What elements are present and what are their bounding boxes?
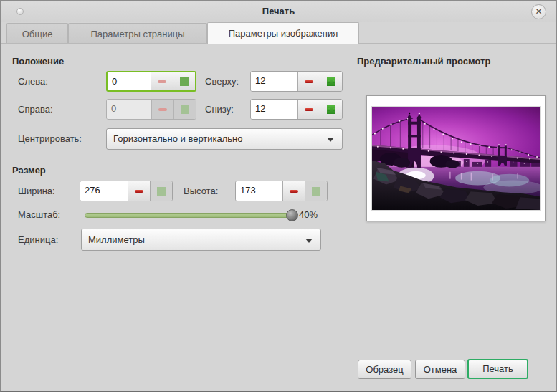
plus-icon (327, 77, 335, 86)
center-dropdown-value: Горизонтально и вертикально (113, 133, 243, 144)
minus-icon (158, 80, 166, 83)
center-dropdown[interactable]: Горизонтально и вертикально (106, 128, 343, 150)
text-caret (118, 76, 118, 87)
width-spinbox[interactable]: 276 (80, 181, 173, 201)
width-decrement-button[interactable] (128, 181, 150, 201)
bottom-spinbox[interactable]: 12 (250, 99, 343, 120)
scale-slider-knob[interactable] (286, 209, 298, 221)
unit-label: Единица: (18, 229, 58, 251)
minus-icon (135, 190, 143, 193)
print-button[interactable]: Печать (467, 359, 528, 379)
unit-dropdown[interactable]: Миллиметры (81, 229, 321, 251)
right-increment-button (173, 100, 196, 119)
right-label: Справа: (18, 99, 53, 120)
minus-icon (290, 190, 298, 193)
height-input[interactable]: 173 (236, 181, 282, 201)
chevron-down-icon (305, 239, 313, 243)
scale-label: Масштаб: (18, 209, 60, 220)
close-icon[interactable]: ✕ (531, 4, 546, 19)
titlebar[interactable]: Печать ✕ (1, 1, 556, 22)
right-input: 0 (107, 100, 151, 119)
scale-slider-track[interactable] (85, 213, 297, 218)
left-spinbox[interactable]: 0 (106, 71, 196, 92)
bridge-night-photo (372, 107, 540, 210)
scale-value: 40% (299, 209, 318, 220)
tab-page-settings[interactable]: Параметры страницы (68, 23, 207, 44)
bottom-input[interactable]: 12 (251, 100, 297, 119)
plus-icon (312, 187, 320, 196)
height-label: Высота: (184, 181, 218, 201)
tab-general[interactable]: Общие (6, 23, 68, 44)
sample-button[interactable]: Образец (358, 360, 411, 379)
plus-icon (157, 187, 166, 196)
minus-icon (305, 108, 313, 111)
width-increment-button (150, 181, 172, 201)
top-input[interactable]: 12 (251, 72, 297, 91)
bottom-increment-button[interactable] (320, 100, 342, 119)
preview-heading: Предварительный просмотр (357, 56, 490, 67)
top-decrement-button[interactable] (297, 72, 320, 91)
preview-photo (371, 106, 541, 211)
cancel-button[interactable]: Отмена (415, 360, 465, 379)
top-label: Сверху: (205, 71, 239, 92)
left-increment-button[interactable] (173, 72, 195, 90)
right-decrement-button (151, 100, 173, 119)
minus-icon (158, 108, 167, 111)
print-dialog: Печать ✕ Общие Параметры страницы Параме… (0, 0, 557, 392)
center-label: Центрировать: (18, 128, 82, 150)
tab-bar: Общие Параметры страницы Параметры изобр… (1, 22, 556, 44)
size-heading: Размер (12, 165, 46, 176)
left-input[interactable]: 0 (108, 72, 151, 90)
position-heading: Положение (12, 56, 64, 67)
window-title: Печать (1, 1, 556, 22)
unit-dropdown-value: Миллиметры (88, 234, 145, 245)
height-decrement-button[interactable] (282, 181, 305, 201)
plus-icon (181, 105, 189, 114)
bottom-decrement-button[interactable] (297, 100, 320, 119)
chevron-down-icon (327, 138, 334, 142)
tab-image-settings[interactable]: Параметры изображения (207, 22, 359, 44)
minus-icon (305, 80, 313, 83)
left-label: Слева: (18, 71, 48, 92)
width-input[interactable]: 276 (80, 181, 128, 201)
left-decrement-button[interactable] (151, 72, 173, 90)
plus-icon (327, 105, 335, 114)
plus-icon (180, 77, 189, 86)
top-increment-button[interactable] (320, 72, 342, 91)
width-label: Ширина: (18, 181, 55, 201)
right-spinbox: 0 (106, 99, 196, 120)
height-spinbox[interactable]: 173 (235, 181, 328, 201)
height-increment-button (305, 181, 327, 201)
top-spinbox[interactable]: 12 (250, 71, 343, 92)
bottom-label: Снизу: (205, 99, 234, 120)
preview-paper (366, 95, 546, 221)
